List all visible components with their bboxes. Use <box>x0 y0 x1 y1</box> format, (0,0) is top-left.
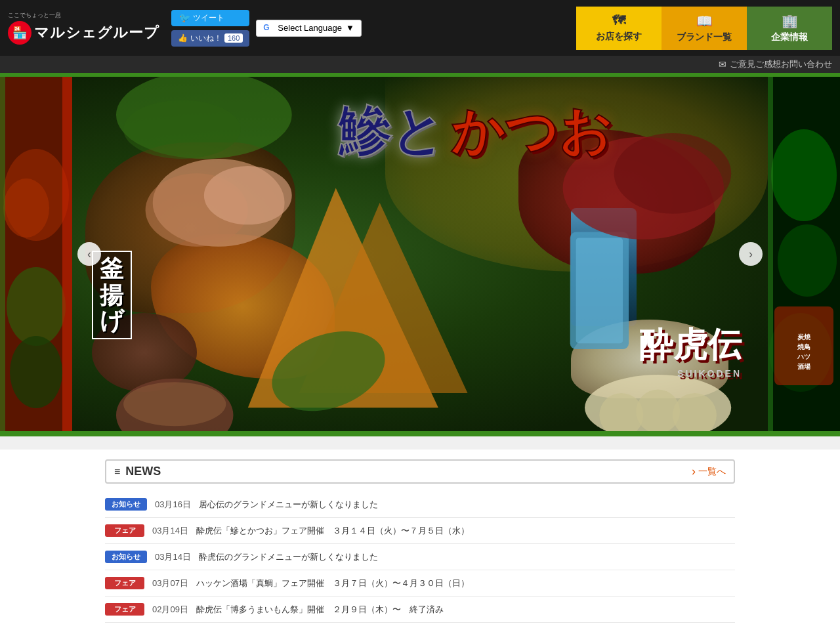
carousel-prev-button[interactable]: ‹ <box>77 242 101 266</box>
news-badge: お知らせ <box>105 498 147 511</box>
news-date: 02月09日 <box>152 604 188 616</box>
company-button[interactable]: 🏢 企業情報 <box>747 7 832 50</box>
svg-rect-34 <box>768 77 773 431</box>
like-count: 160 <box>224 33 243 43</box>
contact-bar: ご意見ご感想お問い合わせ <box>0 56 840 73</box>
google-logo: G <box>263 23 274 33</box>
tweet-button[interactable]: 🐦 ツイート <box>171 10 249 26</box>
news-item[interactable]: お知らせ 03月16日 居心伝のグランドメニューが新しくなりました <box>105 492 735 518</box>
news-item[interactable]: フェア 03月07日 ハッケン酒場「真鯛」フェア開催 ３月７日（火）〜４月３０日… <box>105 570 735 597</box>
news-date: 03月07日 <box>152 578 188 589</box>
svg-rect-6 <box>0 77 5 431</box>
news-header: ≡ NEWS 一覧へ <box>105 459 735 484</box>
green-border-bottom <box>0 431 840 436</box>
news-title-text: NEWS <box>125 465 161 478</box>
carousel-next-button[interactable]: › <box>739 242 763 266</box>
brands-button[interactable]: 📖 ブランド一覧 <box>662 7 747 50</box>
like-button[interactable]: 👍 いいね！ 160 <box>171 30 249 47</box>
right-thumb-image: 炭焼 焼鳥 ハツ 酒場 <box>768 77 840 431</box>
find-store-button[interactable]: 🗺 お店を探す <box>576 7 662 50</box>
carousel-main: 鰺と かつお 釜揚げ 酔虎伝 SUIKODEN <box>72 77 768 431</box>
svg-point-19 <box>599 393 643 431</box>
logo-tagline: ここでちょっと一息 <box>8 11 61 20</box>
news-date: 03月14日 <box>155 551 191 563</box>
banner-logo-text: 酔虎伝 <box>639 322 742 368</box>
news-all-label: 一覧へ <box>698 466 726 478</box>
carousel-right-thumbnail: 炭焼 焼鳥 ハツ 酒場 <box>768 77 840 431</box>
news-item[interactable]: お知らせ 03月14日 酔虎伝のグランドメニューが新しくなりました <box>105 544 735 570</box>
svg-point-26 <box>771 129 837 221</box>
news-date: 03月14日 <box>152 525 188 537</box>
store-icon: 🏪 <box>8 21 32 45</box>
select-language-label: Select Language <box>278 23 342 33</box>
banner-title: 鰺と かつお <box>338 96 612 167</box>
news-item[interactable]: フェア 02月09日 酔虎伝「博多うまいもん祭」開催 ２月９日（木）〜 終了済み <box>105 597 735 623</box>
twitter-icon: 🐦 <box>179 12 190 23</box>
banner-title-kanji1: 鰺と <box>338 96 444 167</box>
news-text: 居心伝のグランドメニューが新しくなりました <box>199 499 378 511</box>
building-icon: 🏢 <box>782 13 798 29</box>
banner-title-kanji2: かつお <box>451 96 612 167</box>
left-thumb-image <box>0 77 72 431</box>
news-badge: お知らせ <box>105 551 147 563</box>
facebook-icon: 👍 <box>178 33 188 43</box>
carousel-left-thumbnail <box>0 77 72 431</box>
header: ここでちょっと一息 🏪 マルシェグループ 🐦 ツイート 👍 いいね！ 160 G… <box>0 0 840 56</box>
banner-subtitle: 釜揚げ <box>92 251 132 339</box>
news-icon: ≡ <box>114 466 120 478</box>
contact-link[interactable]: ご意見ご感想お問い合わせ <box>719 58 832 70</box>
banner-image: 鰺と かつお 釜揚げ 酔虎伝 SUIKODEN <box>72 77 768 431</box>
svg-text:酒場: 酒場 <box>797 363 811 370</box>
svg-text:焼鳥: 焼鳥 <box>797 343 810 350</box>
book-icon: 📖 <box>696 13 713 29</box>
translate-dropdown-icon: ▼ <box>346 23 354 33</box>
news-text: 酔虎伝「鰺とかつお」フェア開催 ３月１４日（火）〜７月５日（水） <box>196 525 469 537</box>
news-list: お知らせ 03月16日 居心伝のグランドメニューが新しくなりました フェア 03… <box>105 492 735 623</box>
news-section: ≡ NEWS 一覧へ お知らせ 03月16日 居心伝のグランドメニューが新しくな… <box>0 450 840 630</box>
social-area: 🐦 ツイート 👍 いいね！ 160 <box>171 10 249 47</box>
svg-point-3 <box>7 267 66 346</box>
svg-text:炭焼: 炭焼 <box>797 333 811 341</box>
spacer <box>0 436 840 450</box>
nav-buttons: 🗺 お店を探す 📖 ブランド一覧 🏢 企業情報 <box>576 7 832 50</box>
news-badge: フェア <box>105 524 144 537</box>
news-badge: フェア <box>105 577 144 589</box>
svg-point-27 <box>778 224 837 297</box>
news-title: ≡ NEWS <box>114 465 161 478</box>
news-badge: フェア <box>105 603 144 616</box>
svg-point-2 <box>3 178 49 238</box>
contact-label: ご意見ご感想お問い合わせ <box>730 58 832 70</box>
brand-name: マルシェグループ <box>34 23 159 43</box>
svg-point-21 <box>673 393 717 431</box>
carousel-wrapper: 鰺と かつお 釜揚げ 酔虎伝 SUIKODEN <box>0 77 840 431</box>
news-text: 酔虎伝「博多うまいもん祭」開催 ２月９日（木）〜 終了済み <box>196 604 444 616</box>
svg-rect-5 <box>62 77 72 431</box>
logo-brand: 🏪 マルシェグループ <box>8 21 159 45</box>
news-item[interactable]: フェア 03月14日 酔虎伝「鰺とかつお」フェア開催 ３月１４日（火）〜７月５日… <box>105 518 735 544</box>
svg-point-4 <box>10 336 62 408</box>
banner-logo-sub: SUIKODEN <box>639 368 742 379</box>
banner-logo: 酔虎伝 SUIKODEN <box>639 322 742 379</box>
news-text: 酔虎伝のグランドメニューが新しくなりました <box>199 551 378 563</box>
logo-area: ここでちょっと一息 🏪 マルシェグループ <box>8 11 159 45</box>
news-all-link[interactable]: 一覧へ <box>692 465 726 478</box>
google-translate-widget[interactable]: G Select Language ▼ <box>256 20 361 37</box>
food-drink-decoration <box>571 208 637 326</box>
store-nav-icon: 🗺 <box>612 13 625 28</box>
news-date: 03月16日 <box>155 499 191 511</box>
svg-text:ハツ: ハツ <box>797 353 810 360</box>
news-text: ハッケン酒場「真鯛」フェア開催 ３月７日（火）〜４月３０日（日） <box>196 578 469 589</box>
